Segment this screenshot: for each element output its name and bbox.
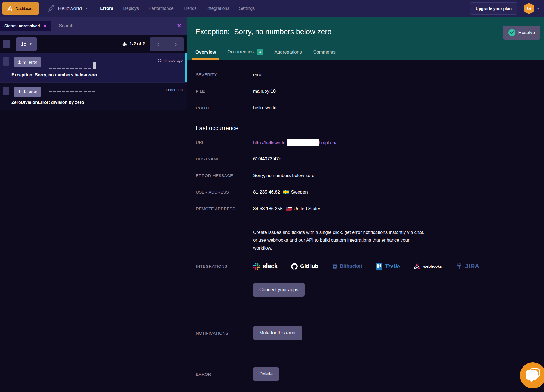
row-label: ERROR [196, 372, 253, 377]
last-occurrence-heading: Last occurrence [196, 125, 533, 132]
row-label: INTEGRATIONS [196, 264, 253, 269]
error-message-title: Sorry, no numbers below zero [234, 28, 331, 36]
connect-your-apps-button[interactable]: Connect your apps [253, 283, 305, 297]
status-filter-chip[interactable]: Status: unresolved ✕ [0, 21, 51, 31]
check-circle-icon [508, 29, 515, 36]
nav-item-deploys[interactable]: Deploys [123, 6, 139, 11]
redaction-box [287, 139, 319, 146]
result-range-label: 1-2 of 2 [130, 42, 145, 46]
user-ip: 81.235.46.82 [253, 189, 280, 195]
row-label: REMOTE ADDRESS [196, 206, 253, 211]
tab-occurrences[interactable]: Occurrences 3 [228, 49, 263, 60]
feather-icon [48, 4, 55, 13]
row-label: USER ADDRESS [196, 190, 253, 194]
next-page-button[interactable]: › [167, 37, 185, 51]
bug-icon [122, 42, 127, 46]
error-item-title[interactable]: ZeroDivisionError: division by zero [3, 100, 183, 105]
overview-content: SEVERITY error FILE main.py:18 ROUTE hel… [187, 60, 544, 392]
chat-bubble-icon [526, 370, 538, 380]
row-label: SEVERITY [196, 72, 253, 77]
error-list-item[interactable]: 3 error 55 minutes ago Exception: Sorry,… [0, 53, 187, 82]
remote-ip: 34.68.186.255 [253, 206, 283, 211]
trello-logo: Trello [376, 263, 400, 270]
avatar[interactable]: G [524, 3, 534, 14]
jira-logo: JIRA [456, 263, 479, 270]
row-label: FILE [196, 89, 253, 94]
status-filter-label: Status: unresolved [4, 24, 40, 28]
bitbucket-label: Bitbucket [340, 263, 362, 269]
nav-item-trends[interactable]: Trends [183, 6, 197, 11]
sidebar-empty-area [0, 110, 187, 392]
integrations-row: INTEGRATIONS slack [196, 259, 533, 273]
appsignal-logo-icon: A [8, 5, 12, 12]
integrations-description-row: Create issues and tickets with a single … [196, 228, 533, 252]
tab-label: Overview [195, 49, 216, 55]
tab-label: Aggregations [275, 49, 302, 55]
route-row: ROUTE hello_world [196, 99, 533, 116]
trello-icon [376, 263, 382, 270]
bug-icon [17, 60, 21, 64]
hostname-row: HOSTNAME 610f4073f47c [196, 151, 533, 167]
github-logo: GitHub [291, 263, 318, 270]
nav-item-integrations[interactable]: Integrations [207, 6, 229, 11]
tab-overview[interactable]: Overview [195, 49, 216, 60]
selected-indicator-bar [185, 53, 187, 82]
bitbucket-icon [332, 264, 337, 269]
slack-label: slack [263, 263, 278, 270]
item-timestamp: 1 hour ago [165, 87, 183, 92]
error-message-row: ERROR MESSAGE Sorry, no numbers below ze… [196, 167, 533, 184]
occurrence-count: 3 [23, 60, 26, 64]
row-label: URL [196, 140, 253, 145]
chevron-down-icon: ▼ [537, 7, 540, 10]
dashboard-button[interactable]: A Dashboard [2, 2, 39, 15]
user-address-row: USER ADDRESS 81.235.46.82 Sweden [196, 184, 533, 200]
nav-item-errors[interactable]: Errors [100, 6, 113, 11]
error-actions-row: ERROR Delete [196, 366, 533, 382]
user-menu[interactable]: G ▼ [524, 3, 540, 14]
row-label: HOSTNAME [196, 157, 253, 161]
sort-button[interactable]: ▼ [16, 37, 37, 51]
tab-aggregations[interactable]: Aggregations [275, 49, 302, 60]
delete-error-button[interactable]: Delete [253, 367, 279, 381]
error-item-title[interactable]: Exception: Sorry, no numbers below zero [3, 73, 183, 77]
url-prefix: http://helloworld. [253, 140, 287, 145]
search-input[interactable] [51, 23, 177, 29]
github-icon [291, 263, 298, 270]
file-value: main.py:18 [253, 89, 276, 94]
tab-comments[interactable]: Comments [313, 49, 336, 60]
slack-logo: slack [253, 263, 278, 270]
nav-item-settings[interactable]: Settings [239, 6, 255, 11]
error-type: Exception: [195, 28, 230, 36]
file-row: FILE main.py:18 [196, 83, 533, 99]
error-list-item[interactable]: 1 error 1 hour ago ZeroDivisionError: di… [0, 82, 187, 110]
error-list-sidebar: Status: unresolved ✕ ✕ [0, 17, 187, 392]
dashboard-button-label: Dashboard [16, 7, 33, 11]
pagination: ‹ › [150, 37, 184, 51]
filter-search-bar: Status: unresolved ✕ ✕ [0, 17, 187, 35]
mute-error-button[interactable]: Mute for this error [253, 326, 302, 340]
row-label: ERROR MESSAGE [196, 173, 253, 178]
occurrence-url-link[interactable]: http://helloworld.l.repl.co/ [253, 139, 336, 146]
prev-page-button[interactable]: ‹ [150, 37, 167, 51]
app-switcher[interactable]: Helloworld ▼ [48, 4, 88, 13]
select-all-checkbox[interactable] [3, 40, 10, 48]
nav-item-performance[interactable]: Performance [149, 6, 174, 11]
item-checkbox[interactable] [3, 87, 9, 95]
item-checkbox[interactable] [3, 57, 9, 66]
webhooks-logo: webhooks [414, 263, 442, 270]
clear-search-icon[interactable]: ✕ [177, 23, 182, 29]
remote-country: United States [294, 206, 321, 211]
occurrences-count-badge: 3 [257, 49, 263, 55]
resolve-button[interactable]: Resolve [503, 26, 540, 40]
upgrade-plan-button[interactable]: Upgrade your plan [470, 2, 518, 15]
severity-badge: 1 error [14, 87, 41, 97]
error-sparkline [49, 62, 96, 69]
remove-filter-icon[interactable]: ✕ [43, 23, 47, 29]
error-sparkline [49, 91, 95, 92]
bug-icon [17, 89, 21, 94]
chat-widget-button[interactable] [520, 362, 544, 388]
error-detail-header: Exception: Sorry, no numbers below zero … [187, 17, 544, 60]
sort-icon [21, 41, 27, 47]
severity-row: SEVERITY error [196, 66, 533, 83]
result-range: 1-2 of 2 [122, 42, 145, 46]
